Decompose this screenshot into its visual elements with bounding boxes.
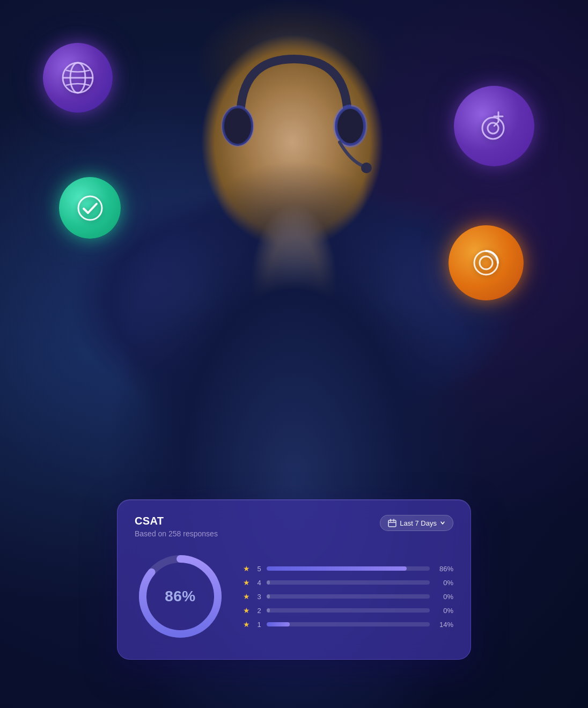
rating-number-2: 2 bbox=[256, 607, 262, 615]
svg-point-4 bbox=[488, 123, 498, 134]
rating-number-5: 5 bbox=[256, 565, 262, 573]
bar-track-4 bbox=[267, 580, 430, 585]
bar-fill-1 bbox=[267, 622, 290, 626]
date-filter-button[interactable]: Last 7 Days bbox=[380, 515, 453, 531]
card-subtitle: Based on 258 responses bbox=[135, 529, 218, 538]
bar-track-2 bbox=[267, 608, 430, 613]
csat-card: CSAT Based on 258 responses Last 7 Days bbox=[117, 499, 471, 660]
rating-pct-3: 0% bbox=[434, 593, 453, 601]
rating-number-1: 1 bbox=[256, 621, 262, 629]
star-icon-1: ★ bbox=[243, 620, 252, 629]
rating-pct-5: 86% bbox=[434, 565, 453, 573]
rating-row-1: ★ 1 14% bbox=[243, 620, 453, 629]
svg-point-10 bbox=[480, 256, 493, 269]
calendar-icon bbox=[388, 519, 396, 527]
chart-icon-circle bbox=[449, 225, 524, 300]
donut-percentage-label: 86% bbox=[165, 588, 196, 605]
card-title: CSAT bbox=[135, 515, 218, 527]
card-body: 86% ★ 5 86% ★ 4 0% bbox=[135, 551, 453, 642]
star-icon-3: ★ bbox=[243, 592, 252, 601]
bar-fill-2 bbox=[267, 608, 270, 613]
rating-row-5: ★ 5 86% bbox=[243, 564, 453, 573]
target-icon-circle bbox=[454, 86, 534, 166]
star-icon-2: ★ bbox=[243, 606, 252, 615]
star-icon-5: ★ bbox=[243, 564, 252, 573]
bar-fill-4 bbox=[267, 580, 270, 585]
ratings-list: ★ 5 86% ★ 4 0% ★ 3 bbox=[243, 564, 453, 629]
globe-icon-circle bbox=[43, 43, 113, 113]
rating-row-2: ★ 2 0% bbox=[243, 606, 453, 615]
rating-pct-1: 14% bbox=[434, 621, 453, 629]
chevron-down-icon bbox=[440, 520, 445, 526]
bar-fill-5 bbox=[267, 566, 407, 571]
date-filter-label: Last 7 Days bbox=[400, 519, 437, 527]
rating-row-3: ★ 3 0% bbox=[243, 592, 453, 601]
card-title-group: CSAT Based on 258 responses bbox=[135, 515, 218, 538]
star-icon-4: ★ bbox=[243, 578, 252, 587]
rating-number-4: 4 bbox=[256, 579, 262, 587]
bar-track-5 bbox=[267, 566, 430, 571]
bar-fill-3 bbox=[267, 594, 270, 599]
bar-track-3 bbox=[267, 594, 430, 599]
rating-number-3: 3 bbox=[256, 593, 262, 601]
rating-pct-2: 0% bbox=[434, 607, 453, 615]
donut-chart: 86% bbox=[135, 551, 226, 642]
svg-point-8 bbox=[78, 196, 102, 220]
rating-row-4: ★ 4 0% bbox=[243, 578, 453, 587]
svg-rect-16 bbox=[388, 520, 396, 527]
svg-point-3 bbox=[482, 117, 504, 139]
check-icon-circle bbox=[59, 177, 121, 239]
rating-pct-4: 0% bbox=[434, 579, 453, 587]
bar-track-1 bbox=[267, 622, 430, 626]
card-header: CSAT Based on 258 responses Last 7 Days bbox=[135, 515, 453, 538]
